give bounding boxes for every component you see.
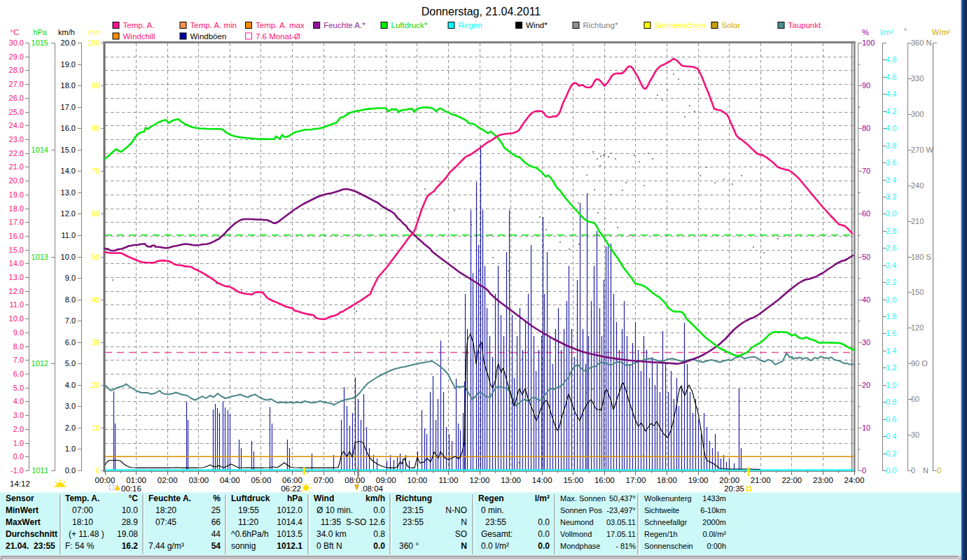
- svg-text:40: 40: [92, 295, 100, 304]
- svg-text:3.0: 3.0: [13, 411, 24, 419]
- svg-text:7.44 g/m³: 7.44 g/m³: [148, 541, 184, 551]
- svg-text:24.0: 24.0: [9, 121, 24, 130]
- svg-text:26.0: 26.0: [9, 94, 24, 102]
- svg-text:23:55: 23:55: [403, 517, 424, 527]
- svg-text:360 N: 360 N: [911, 38, 931, 47]
- svg-text:1.0: 1.0: [886, 381, 896, 389]
- svg-text:Richtung: Richtung: [396, 493, 432, 503]
- svg-text:50,437°: 50,437°: [609, 494, 636, 503]
- svg-text:23:00: 23:00: [813, 476, 833, 484]
- svg-text:07:45: 07:45: [155, 517, 176, 527]
- svg-text:100: 100: [862, 38, 875, 47]
- svg-text:Wolkenunterg: Wolkenunterg: [644, 494, 692, 503]
- svg-text:(+ 11.48 ): (+ 11.48 ): [69, 529, 104, 539]
- svg-text:25: 25: [211, 505, 221, 515]
- svg-text:1.0: 1.0: [13, 439, 24, 447]
- svg-text:Sensor: Sensor: [6, 493, 34, 503]
- svg-text:km/h: km/h: [366, 493, 385, 503]
- svg-text:3.4: 3.4: [886, 176, 896, 184]
- svg-text:2.0: 2.0: [65, 424, 76, 432]
- svg-text:Wind: Wind: [314, 493, 334, 503]
- svg-text:4.6: 4.6: [886, 73, 896, 81]
- svg-text:25.0: 25.0: [9, 108, 24, 116]
- svg-text:1012: 1012: [32, 359, 48, 368]
- svg-text:60: 60: [862, 209, 870, 218]
- svg-text:14.0: 14.0: [61, 167, 76, 175]
- svg-text:2.2: 2.2: [886, 278, 896, 286]
- svg-text:03:00: 03:00: [188, 476, 209, 484]
- svg-text:1014.4: 1014.4: [277, 517, 302, 527]
- svg-text:60: 60: [92, 209, 100, 218]
- svg-text:06:22: 06:22: [281, 484, 301, 493]
- svg-text:1013.5: 1013.5: [277, 529, 302, 539]
- svg-text:23:15: 23:15: [403, 505, 424, 515]
- svg-text:Sonnen Pos: Sonnen Pos: [560, 506, 602, 514]
- svg-text:13:00: 13:00: [501, 476, 521, 484]
- svg-text:300: 300: [911, 110, 924, 118]
- svg-text:8.0: 8.0: [65, 295, 76, 304]
- svg-text:07:00: 07:00: [72, 505, 93, 515]
- svg-text:10.0: 10.0: [61, 253, 76, 261]
- svg-text:13.0: 13.0: [61, 188, 76, 197]
- svg-text:22.0: 22.0: [9, 149, 24, 158]
- svg-text:70: 70: [92, 167, 100, 175]
- svg-text:1013: 1013: [32, 253, 48, 261]
- svg-text:00:00: 00:00: [95, 476, 116, 484]
- svg-text:09:00: 09:00: [376, 476, 396, 484]
- svg-text:Wind*: Wind*: [526, 21, 548, 29]
- svg-text:11:35: 11:35: [321, 517, 341, 527]
- svg-text:W/m²: W/m²: [932, 28, 951, 36]
- svg-text:0:00h: 0:00h: [707, 542, 726, 550]
- svg-text:100: 100: [88, 38, 100, 47]
- svg-text:10: 10: [92, 424, 100, 432]
- svg-text:%: %: [213, 493, 221, 503]
- svg-text:0.0: 0.0: [373, 505, 385, 515]
- svg-text:2.0: 2.0: [13, 425, 24, 433]
- svg-text:19.0: 19.0: [9, 190, 24, 199]
- svg-text:10:00: 10:00: [407, 476, 427, 484]
- svg-text:02:00: 02:00: [158, 476, 178, 484]
- svg-text:Schneefallgr: Schneefallgr: [644, 518, 687, 526]
- svg-text:4.4: 4.4: [886, 90, 896, 98]
- svg-text:54: 54: [211, 541, 221, 551]
- svg-text:Richtung*: Richtung*: [583, 21, 618, 29]
- svg-text:l/m²: l/m²: [880, 28, 893, 36]
- svg-text:50: 50: [862, 253, 870, 261]
- svg-text:19.0: 19.0: [61, 60, 76, 69]
- svg-text:13.0: 13.0: [9, 273, 24, 281]
- svg-text:Solar: Solar: [722, 21, 741, 29]
- svg-text:Regen: Regen: [478, 493, 504, 503]
- svg-text:Mondphase: Mondphase: [560, 542, 601, 550]
- svg-text:Luftdruck*: Luftdruck*: [391, 21, 428, 29]
- svg-text:08:00: 08:00: [345, 476, 365, 484]
- svg-text:SO: SO: [455, 529, 467, 539]
- svg-text:km/h: km/h: [58, 28, 75, 36]
- svg-text:3.0: 3.0: [886, 209, 896, 218]
- svg-text:2.0: 2.0: [886, 295, 896, 304]
- svg-text:6-10km: 6-10km: [700, 506, 726, 514]
- svg-text:16.2: 16.2: [122, 541, 139, 551]
- svg-text:4.0: 4.0: [13, 397, 24, 405]
- svg-text:120: 120: [911, 323, 924, 332]
- svg-text:00:16: 00:16: [121, 484, 141, 493]
- svg-text:Temp. A.: Temp. A.: [123, 21, 155, 29]
- svg-text:10.0: 10.0: [9, 314, 24, 323]
- svg-text:hPa: hPa: [287, 493, 302, 503]
- svg-text:50: 50: [92, 253, 100, 261]
- svg-text:Sonnenschein: Sonnenschein: [644, 542, 693, 550]
- svg-text:1014: 1014: [32, 146, 48, 154]
- svg-text:15.0: 15.0: [9, 246, 24, 254]
- svg-text:20.0: 20.0: [61, 38, 76, 47]
- svg-text:05:00: 05:00: [251, 476, 272, 484]
- svg-text:14:12: 14:12: [10, 479, 30, 488]
- svg-text:70: 70: [862, 167, 870, 175]
- svg-text:Max. Sonnen: Max. Sonnen: [560, 494, 606, 503]
- svg-text:Durchschnitt: Durchschnitt: [6, 529, 57, 539]
- svg-text:20.0: 20.0: [9, 176, 24, 185]
- svg-text:240: 240: [911, 181, 924, 190]
- svg-text:N-NO: N-NO: [445, 505, 467, 515]
- svg-text:11.0: 11.0: [9, 300, 24, 309]
- svg-text:90: 90: [92, 81, 100, 90]
- svg-text:hPa: hPa: [33, 28, 47, 36]
- svg-text:21.0: 21.0: [9, 162, 24, 171]
